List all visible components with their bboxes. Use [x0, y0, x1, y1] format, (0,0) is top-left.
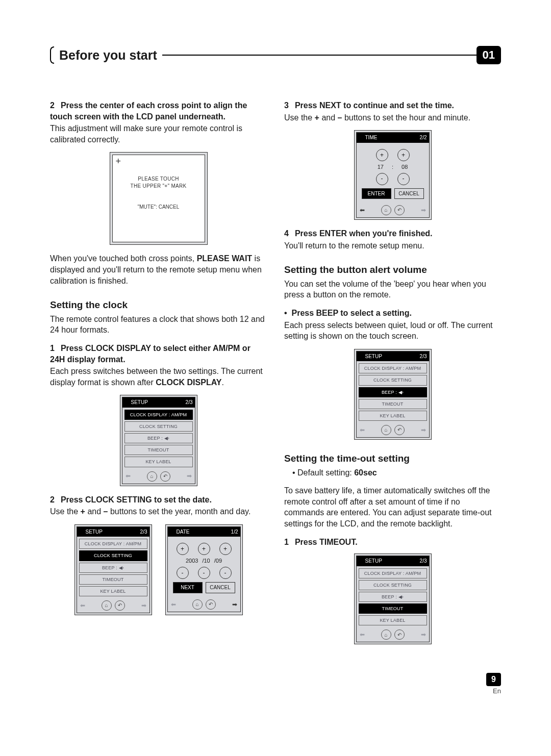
page-number: 9	[486, 673, 501, 686]
setup-panel: SETUP 2/3 CLOCK DISPLAY : AM/PM CLOCK SE…	[120, 395, 197, 486]
step-1-body: Each press switches between the two sett…	[50, 366, 267, 388]
setup-panel-timeout: SETUP2/3 CLOCK DISPLAY : AM/PM CLOCK SET…	[354, 553, 432, 644]
arrow-right-icon: ➡	[141, 601, 146, 610]
right-column: 3Press NEXT to continue and set the time…	[284, 100, 501, 652]
plus-button: +	[198, 543, 210, 555]
plus-button: +	[376, 149, 388, 161]
step-1-clock-display: 1Press CLOCK DISPLAY to select either AM…	[50, 343, 267, 365]
chapter-number: 01	[477, 46, 501, 64]
year-value: 2003	[186, 557, 198, 565]
back-icon: ↶	[394, 205, 405, 215]
step-2-align: 2Press the center of each cross point to…	[50, 100, 267, 122]
clock-intro: The remote control features a clock that…	[50, 314, 267, 336]
arrow-right-icon: ➡	[421, 206, 426, 214]
arrow-left-icon: ⬅	[360, 426, 365, 434]
panel-icon	[170, 530, 175, 535]
calib-line2: THE UPPER "+" MARK	[130, 183, 186, 189]
step-number: 2	[50, 101, 55, 110]
step-3-next: 3Press NEXT to continue and set the time…	[284, 100, 501, 111]
arrow-right-icon: ➡	[421, 426, 426, 434]
beep-bullet: • Press BEEP to select a setting.	[284, 308, 501, 319]
home-icon: ⌂	[147, 471, 157, 482]
beep-body: Each press selects between quiet, loud o…	[284, 320, 501, 342]
panel-icon	[359, 135, 364, 140]
step-title: Press the center of each cross point to …	[50, 101, 247, 121]
minus-button: -	[177, 567, 189, 579]
minute-value: 08	[402, 163, 408, 171]
step-body: This adjustment will make sure your remo…	[50, 123, 267, 145]
chapter-title: Before you start	[54, 48, 162, 63]
plus-button: +	[177, 543, 189, 555]
panel-title: SETUP	[131, 399, 148, 406]
home-icon: ⌂	[102, 600, 112, 611]
calibration-screen: + PLEASE TOUCHTHE UPPER "+" MARK "MUTE":…	[110, 152, 208, 245]
panel-icon	[359, 354, 364, 359]
minus-button: -	[397, 173, 410, 185]
plus-button: +	[219, 543, 232, 555]
home-icon: ⌂	[381, 425, 391, 435]
menu-timeout: TIMEOUT	[124, 445, 193, 455]
page-footer: 9 En	[50, 673, 501, 695]
setup-panel-clock-setting: SETUP 2/3 CLOCK DISPLAY : AM/PM CLOCK SE…	[74, 524, 152, 615]
figure-setup-timeout: SETUP2/3 CLOCK DISPLAY : AM/PM CLOCK SET…	[284, 553, 501, 644]
calib-followup: When you've touched both cross points, P…	[50, 253, 267, 286]
arrow-left-icon: ⬅	[360, 631, 365, 639]
panel-icon	[359, 559, 364, 564]
next-button: NEXT	[173, 582, 203, 593]
minus-button: -	[219, 567, 232, 579]
figure-setup-clock-display: SETUP 2/3 CLOCK DISPLAY : AM/PM CLOCK SE…	[50, 395, 267, 486]
setup-panel-beep: SETUP2/3 CLOCK DISPLAY : AM/PM CLOCK SET…	[354, 349, 432, 440]
panel-icon	[79, 530, 84, 535]
chapter-line	[162, 55, 477, 56]
arrow-left-icon: ⬅	[126, 472, 131, 480]
chapter-header: Before you start 01	[50, 46, 501, 64]
home-icon: ⌂	[381, 205, 391, 215]
minus-button: -	[198, 567, 210, 579]
heading-setting-clock: Setting the clock	[50, 298, 267, 312]
arrow-right-icon: ➡	[232, 600, 237, 609]
back-icon: ↶	[115, 600, 125, 611]
time-panel: TIME 2/2 + + 17 : 08	[354, 130, 432, 220]
back-icon: ↶	[160, 471, 170, 482]
panel-page: 2/3	[186, 399, 193, 406]
back-icon: ↶	[206, 599, 216, 610]
arrow-left-icon: ⬅	[80, 601, 85, 610]
step-4-body: You'll return to the remote setup menu.	[284, 240, 501, 251]
month-value: /10	[202, 557, 210, 565]
calib-line3: "MUTE": CANCEL	[116, 204, 202, 211]
hour-value: 17	[378, 163, 384, 171]
arrow-left-icon: ⬅	[171, 600, 176, 609]
step-3-body: Use the + and – buttons to set the hour …	[284, 112, 501, 123]
step-2c-body: Use the + and – buttons to set the year,…	[50, 506, 267, 517]
beep-intro: You can set the volume of the 'beep' you…	[284, 279, 501, 300]
menu-beep: BEEP : ◀›	[124, 433, 193, 443]
timeout-body: To save battery life, a timer automatica…	[284, 485, 501, 529]
plus-mark-icon: +	[116, 158, 121, 165]
minus-button: -	[376, 173, 388, 185]
panel-icon	[124, 400, 130, 405]
page-lang: En	[50, 687, 501, 695]
timeout-default: • Default setting: 60sec	[292, 467, 501, 478]
time-sep: :	[392, 163, 393, 171]
figure-time-panel: TIME 2/2 + + 17 : 08	[284, 130, 501, 220]
date-panel: DATE 1/2 + + + 2003 /10	[165, 524, 243, 615]
day-value: /09	[214, 557, 222, 565]
arrow-right-icon: ➡	[421, 631, 426, 639]
home-icon: ⌂	[381, 629, 391, 640]
step-4-enter: 4Press ENTER when you're finished.	[284, 228, 501, 239]
heading-timeout: Setting the time-out setting	[284, 452, 501, 465]
chapter-cap	[50, 46, 54, 64]
step-2-clock-setting: 2Press CLOCK SETTING to set the date.	[50, 494, 267, 506]
figure-calibration: + PLEASE TOUCHTHE UPPER "+" MARK "MUTE":…	[50, 152, 267, 245]
back-icon: ↶	[394, 425, 405, 435]
menu-clock-setting: CLOCK SETTING	[124, 421, 193, 432]
menu-clock-display: CLOCK DISPLAY : AM/PM	[124, 410, 193, 420]
cancel-button: CANCEL	[394, 188, 424, 199]
figure-setup-beep: SETUP2/3 CLOCK DISPLAY : AM/PM CLOCK SET…	[284, 349, 501, 440]
arrow-right-icon: ➡	[187, 472, 192, 480]
step-1-timeout: 1Press TIMEOUT.	[284, 537, 501, 548]
heading-beep: Setting the button alert volume	[284, 263, 501, 276]
figure-pair-clock-setting: SETUP 2/3 CLOCK DISPLAY : AM/PM CLOCK SE…	[50, 524, 267, 615]
plus-button: +	[397, 149, 410, 161]
home-icon: ⌂	[192, 599, 203, 610]
